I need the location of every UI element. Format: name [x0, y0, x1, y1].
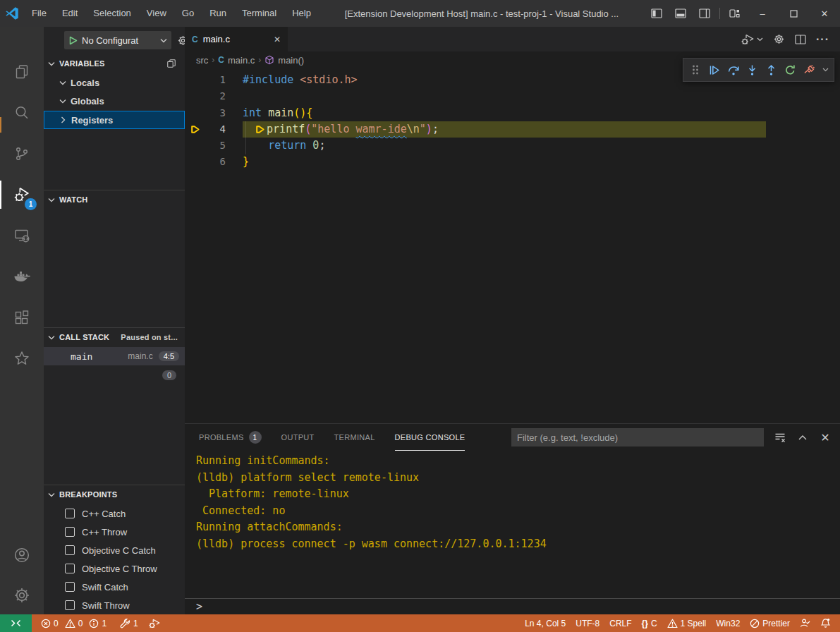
more-actions-icon[interactable]: ···: [812, 28, 833, 51]
line-number: 4: [206, 121, 226, 138]
variables-section-header[interactable]: VARIABLES: [44, 55, 185, 72]
disconnect-button[interactable]: [800, 59, 819, 80]
watch-section-header[interactable]: WATCH: [44, 191, 185, 208]
sidebar-item-source-control[interactable]: [0, 137, 44, 171]
remote-indicator[interactable]: [0, 614, 32, 632]
split-editor-icon[interactable]: [791, 28, 810, 51]
breakpoint-c-catch[interactable]: C++ Catch: [44, 504, 185, 523]
formatter-status[interactable]: Prettier: [745, 614, 795, 632]
panel-tab-output[interactable]: OUTPUT: [281, 424, 315, 451]
encoding-status[interactable]: UTF-8: [571, 614, 604, 632]
breakpoint-c-throw[interactable]: C++ Throw: [44, 523, 185, 541]
call-stack-section-header[interactable]: CALL STACK Paused on st...: [44, 329, 185, 346]
checkbox-unchecked[interactable]: [65, 600, 75, 610]
checkbox-unchecked[interactable]: [65, 582, 75, 592]
section-divider: [44, 327, 185, 328]
debug-settings-gear-icon[interactable]: [177, 35, 185, 47]
panel-tab-problems[interactable]: PROBLEMS1: [199, 424, 262, 451]
code-line-2[interactable]: 2: [185, 88, 840, 104]
accounts-icon[interactable]: [0, 538, 44, 572]
call-stack-frame-main[interactable]: main main.c 4:5: [44, 347, 185, 365]
sidebar-item-explorer[interactable]: [0, 55, 44, 89]
platform-status[interactable]: Win32: [711, 614, 745, 632]
menu-selection[interactable]: Selection: [85, 0, 138, 27]
menu-help[interactable]: Help: [284, 0, 319, 27]
editor-settings-gear-icon[interactable]: [769, 28, 789, 51]
breakpoints-section-header[interactable]: BREAKPOINTS: [44, 486, 185, 503]
sidebar-item-remote-explorer[interactable]: [0, 219, 44, 253]
sidebar-item-run-and-debug[interactable]: 1: [0, 178, 44, 212]
checkbox-unchecked[interactable]: [65, 564, 75, 573]
run-or-debug-icon[interactable]: [737, 28, 767, 51]
checkbox-unchecked[interactable]: [65, 509, 75, 518]
feedback-person-icon[interactable]: [795, 614, 815, 632]
menu-edit[interactable]: Edit: [54, 0, 85, 27]
toggle-secondary-sidebar-icon[interactable]: [693, 0, 717, 27]
debug-console-output[interactable]: Running initCommands:(lldb) platform sel…: [185, 451, 840, 598]
menu-file[interactable]: File: [24, 0, 54, 27]
panel-tab-terminal[interactable]: TERMINAL: [334, 424, 375, 451]
checkbox-unchecked[interactable]: [65, 527, 75, 537]
breakpoint-objective-c-catch[interactable]: Objective C Catch: [44, 541, 185, 559]
toolbar-drag-handle[interactable]: [686, 59, 705, 80]
checkbox-unchecked[interactable]: [65, 545, 75, 555]
language-mode-status[interactable]: {} C: [637, 614, 662, 632]
cursor-position-status[interactable]: Ln 4, Col 5: [520, 614, 571, 632]
debug-status-icon[interactable]: [143, 614, 166, 632]
clear-console-icon[interactable]: [772, 430, 788, 445]
close-tab-icon[interactable]: ✕: [274, 35, 281, 44]
sidebar-item-docker[interactable]: [0, 260, 44, 293]
maximize-panel-icon[interactable]: [795, 430, 810, 445]
code-line-6[interactable]: 6}: [185, 154, 840, 170]
close-window-button[interactable]: ✕: [809, 0, 840, 27]
panel-tabs: PROBLEMS1OUTPUTTERMINALDEBUG CONSOLE ✕: [185, 424, 840, 451]
sidebar-item-search[interactable]: [0, 96, 44, 130]
continue-button[interactable]: [705, 59, 724, 80]
problems-status[interactable]: 0 0 1: [36, 614, 115, 632]
step-over-button[interactable]: [724, 59, 743, 80]
menu-go[interactable]: Go: [174, 0, 202, 27]
breakpoint-swift-throw[interactable]: Swift Throw: [44, 596, 185, 614]
settings-gear-icon[interactable]: [0, 578, 44, 612]
menu-run[interactable]: Run: [202, 0, 234, 27]
menu-terminal[interactable]: Terminal: [234, 0, 284, 27]
debug-configuration-dropdown[interactable]: No Configurat: [64, 31, 171, 49]
chevron-right-icon: [61, 116, 66, 123]
minimize-button[interactable]: –: [747, 0, 778, 27]
eol-status[interactable]: CRLF: [604, 614, 636, 632]
debug-console-filter-input[interactable]: [511, 428, 764, 446]
panel-tab-label: OUTPUT: [281, 433, 315, 442]
customize-layout-icon[interactable]: [723, 0, 747, 27]
code-line-4[interactable]: 4 printf("hello wamr-ide\n");: [185, 121, 840, 138]
restart-button[interactable]: [781, 59, 800, 80]
notifications-bell-icon[interactable]: [815, 614, 836, 632]
breadcrumb-folder[interactable]: src: [196, 55, 208, 66]
tools-status[interactable]: 1: [115, 614, 143, 632]
variables-item-locals[interactable]: Locals: [44, 73, 185, 92]
close-panel-icon[interactable]: ✕: [817, 430, 833, 445]
step-out-button[interactable]: [762, 59, 781, 80]
breakpoint-swift-catch[interactable]: Swift Catch: [44, 578, 185, 596]
code-line-3[interactable]: 3int main(){: [185, 105, 840, 121]
code-editor[interactable]: 1#include <stdio.h>23int main(){4 printf…: [185, 68, 840, 423]
variables-item-globals[interactable]: Globals: [44, 92, 185, 110]
toggle-panel-icon[interactable]: [669, 0, 693, 27]
code-line-5[interactable]: 5 return 0;: [185, 138, 840, 154]
breakpoint-objective-c-throw[interactable]: Objective C Throw: [44, 559, 185, 578]
sidebar-item-extensions[interactable]: [0, 300, 44, 334]
tab-main-c[interactable]: C main.c ✕: [185, 27, 288, 51]
spell-status[interactable]: 1 Spell: [662, 614, 712, 632]
menu-view[interactable]: View: [139, 0, 174, 27]
step-into-button[interactable]: [743, 59, 762, 80]
panel-tab-debug-console[interactable]: DEBUG CONSOLE: [395, 424, 465, 451]
toggle-sidebar-icon[interactable]: [645, 0, 669, 27]
call-stack-thread-row[interactable]: 0: [44, 367, 185, 384]
breadcrumb-file[interactable]: main.c: [228, 55, 255, 66]
debug-console-input[interactable]: >: [185, 598, 840, 614]
variables-item-registers[interactable]: Registers: [44, 111, 185, 129]
breadcrumb-symbol[interactable]: main(): [278, 55, 304, 66]
debug-session-chevron-icon[interactable]: [819, 59, 832, 80]
maximize-button[interactable]: [778, 0, 809, 27]
copy-value-icon[interactable]: [166, 59, 176, 68]
sidebar-item-wamr-ide-star[interactable]: [0, 341, 44, 375]
